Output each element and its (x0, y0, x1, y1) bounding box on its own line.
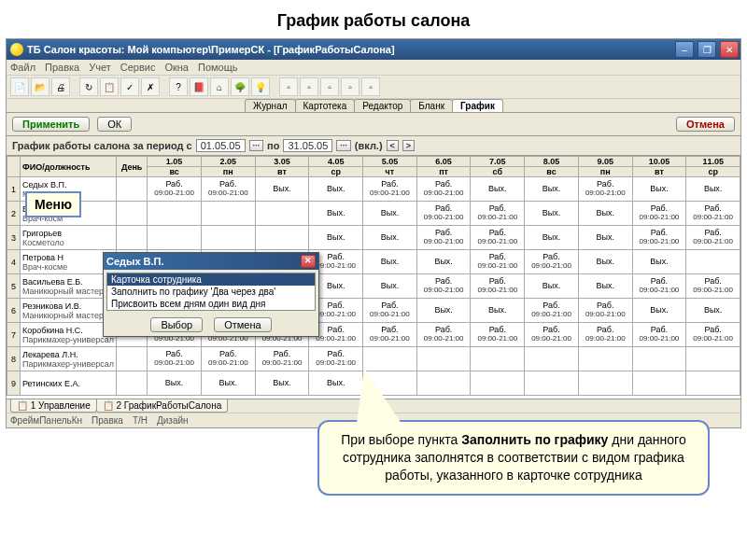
next-button[interactable]: > (402, 140, 415, 151)
toolbar-open-icon[interactable]: 📂 (31, 77, 49, 96)
menu-callout: Меню (25, 191, 81, 217)
menu-service[interactable]: Сервис (120, 62, 156, 73)
popup-title: Седых В.П. (106, 256, 301, 267)
status-1: ФреймПанельКн (10, 415, 82, 426)
popup-close-icon[interactable]: ✕ (301, 255, 316, 268)
callout-bold: Заполнить по графику (461, 432, 608, 447)
caption-suffix: (вкл.) (355, 140, 383, 151)
caption-to-word: по (267, 140, 279, 151)
popup-item-card[interactable]: Карточка сотрудника (107, 273, 315, 286)
popup-choose-button[interactable]: Выбор (150, 317, 203, 332)
cancel-button[interactable]: Отмена (676, 117, 735, 132)
popup-titlebar: Седых В.П. ✕ (104, 253, 318, 270)
popup-list: Карточка сотрудника Заполнить по графику… (106, 273, 316, 311)
tab-form[interactable]: Бланк (410, 99, 453, 112)
window-title: ТБ Салон красоты: Мой компьютер\ПримерСК… (27, 44, 671, 55)
date-from-picker[interactable]: ··· (249, 140, 264, 151)
prev-button[interactable]: < (387, 140, 399, 151)
ok-button[interactable]: ОК (97, 117, 132, 132)
tab-cardfile[interactable]: Картотека (295, 99, 356, 112)
toolbar-extra-3-icon[interactable]: ▫ (320, 77, 339, 96)
toolbar-cancel-icon[interactable]: ✗ (141, 77, 160, 96)
menu-windows[interactable]: Окна (164, 62, 189, 73)
tab-schedule[interactable]: График (452, 99, 503, 112)
toolbar-new-icon[interactable]: 📄 (10, 77, 29, 96)
status-4: Дизайн (157, 415, 189, 426)
toolbar-book-icon[interactable]: 📕 (190, 77, 208, 96)
status-3: Т/Н (133, 415, 148, 426)
toolbar-extra-1-icon[interactable]: ▫ (279, 77, 298, 96)
context-popup: Седых В.П. ✕ Карточка сотрудника Заполни… (103, 252, 319, 337)
menubar: Файл Правка Учет Сервис Окна Помощь (7, 60, 740, 76)
toolbar: 📄 📂 🖨 ↻ 📋 ✓ ✗ ? 📕 ⌂ 🌳 💡 ▫ ▫ ▫ ▫ ▫ (7, 76, 740, 99)
toolbar-help-icon[interactable]: ? (169, 77, 188, 96)
toolbar-check-icon[interactable]: ✓ (120, 77, 139, 96)
caption-prefix: График работы салона за период с (12, 140, 192, 151)
table-row[interactable]: 2Ветрова ЛВрач-космВых.Вых.Раб.09:00-21:… (7, 202, 740, 226)
bottom-tab-2[interactable]: 📋 2 ГрафикРаботыСалона (96, 399, 229, 413)
popup-item-fill[interactable]: Заполнить по графику 'Два через два' (107, 286, 315, 298)
toolbar-refresh-icon[interactable]: ↻ (79, 77, 98, 96)
tab-editor[interactable]: Редактор (354, 99, 411, 112)
table-row[interactable]: 3ГригорьевКосметолоВых.Вых.Раб.09:00-21:… (7, 226, 740, 250)
toolbar-home-icon[interactable]: ⌂ (210, 77, 229, 96)
toolbar-doc-icon[interactable]: 📋 (100, 77, 119, 96)
close-button[interactable]: ✕ (720, 41, 739, 58)
minimize-button[interactable]: – (675, 41, 694, 58)
app-icon (10, 43, 23, 56)
popup-cancel-button[interactable]: Отмена (214, 317, 271, 332)
menu-file[interactable]: Файл (10, 62, 35, 73)
date-to-picker[interactable]: ··· (336, 140, 351, 151)
tabs: Журнал Картотека Редактор Бланк График (7, 99, 740, 113)
page-heading: График работы салона (0, 0, 747, 38)
menu-edit[interactable]: Правка (45, 62, 79, 73)
toolbar-bulb-icon[interactable]: 💡 (251, 77, 270, 96)
apply-button[interactable]: Применить (12, 117, 90, 132)
toolbar-tree-icon[interactable]: 🌳 (231, 77, 249, 96)
toolbar-print-icon[interactable]: 🖨 (51, 77, 70, 96)
period-caption: График работы салона за период с 01.05.0… (7, 136, 740, 156)
table-row[interactable]: 1Седых В.П.Мастер по нРаб.09:00-21:00Раб… (7, 177, 740, 202)
status-2: Правка (92, 415, 123, 426)
tab-journal[interactable]: Журнал (245, 99, 296, 112)
callout-text-1: При выборе пункта (341, 432, 461, 447)
maximize-button[interactable]: ❐ (698, 41, 716, 58)
date-from[interactable]: 01.05.05 (196, 139, 246, 152)
toolbar-extra-5-icon[interactable]: ▫ (361, 77, 380, 96)
popup-item-assign[interactable]: Присвоить всем дням один вид дня (107, 298, 315, 310)
titlebar: ТБ Салон красоты: Мой компьютер\ПримерСК… (7, 39, 740, 60)
toolbar-extra-2-icon[interactable]: ▫ (300, 77, 318, 96)
menu-help[interactable]: Помощь (198, 62, 238, 73)
help-callout: При выборе пункта Заполнить по графику д… (317, 420, 710, 496)
toolbar-extra-4-icon[interactable]: ▫ (341, 77, 359, 96)
menu-accounting[interactable]: Учет (89, 62, 111, 73)
actionbar: Применить ОК Отмена (7, 113, 740, 136)
date-to[interactable]: 31.05.05 (283, 139, 332, 152)
bottom-tab-1[interactable]: 📋 1 Управление (10, 399, 97, 413)
